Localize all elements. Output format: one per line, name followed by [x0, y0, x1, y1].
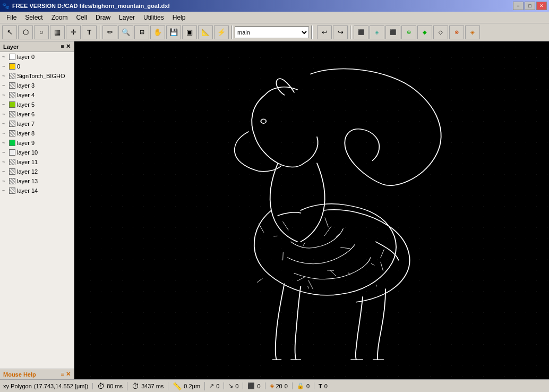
layer-name-5: layer 5: [17, 101, 35, 108]
tool1-button[interactable]: ⬛: [354, 25, 368, 39]
layer-color-6: [9, 111, 15, 117]
layer-item-3[interactable]: ~layer 3: [0, 81, 74, 90]
layer-item-6[interactable]: ~layer 6: [0, 109, 74, 119]
menu-bar: File Select Zoom Cell Draw Layer Utiliti…: [0, 12, 549, 23]
menu-help[interactable]: Help: [168, 13, 190, 22]
draw-tool-button[interactable]: ✏: [102, 25, 117, 39]
count2-section: ◈ 20 0: [270, 382, 293, 389]
maximize-button[interactable]: □: [525, 2, 535, 10]
main-area: Layer ≡ ✕ ~layer 0~0~SignTorch_BIGHO~lay…: [0, 41, 549, 379]
layer-item-4[interactable]: ~layer 4: [0, 90, 74, 100]
layer-item-1[interactable]: ~0: [0, 62, 74, 71]
angle2-section: ↘ 0: [228, 382, 243, 389]
unknown1-button[interactable]: ⚡: [214, 25, 229, 39]
select-region-button[interactable]: ▣: [182, 25, 197, 39]
close-button[interactable]: ✕: [536, 2, 547, 10]
undo-button[interactable]: ↩: [317, 25, 332, 39]
count2-value: 20: [276, 383, 282, 389]
layer-color-12: [9, 168, 15, 175]
menu-zoom[interactable]: Zoom: [47, 13, 72, 22]
layer-item-5[interactable]: ~layer 5: [0, 100, 74, 109]
count1-icon: ⬛: [247, 382, 255, 389]
layer-name-4: layer 4: [17, 92, 35, 98]
main-canvas[interactable]: [74, 41, 549, 379]
time-icon: ⏱: [132, 382, 139, 390]
count4-icon: 🔒: [297, 382, 304, 389]
toolbar-separator-3: [311, 25, 313, 39]
layer-color-3: [9, 82, 15, 89]
menu-utilities[interactable]: Utilities: [139, 13, 168, 22]
layer-color-5: [9, 101, 15, 108]
menu-select[interactable]: Select: [21, 13, 47, 22]
layer-color-13: [9, 178, 15, 184]
menu-file[interactable]: File: [2, 13, 21, 22]
layer-name-9: layer 9: [17, 140, 35, 146]
layer-item-8[interactable]: ~layer 8: [0, 129, 74, 138]
layer-visibility-1: ~: [2, 64, 7, 69]
angle1-icon: ↗: [209, 382, 214, 389]
menu-layer[interactable]: Layer: [115, 13, 139, 22]
layer-visibility-5: ~: [2, 102, 7, 107]
layer-visibility-4: ~: [2, 92, 7, 98]
toolbar: ↖ ⬡ ○ ▦ ✛ T ✏ 🔍 ⊞ ✋ 💾 ▣ 📐 ⚡ main ↩ ↪ ⬛ ◈…: [0, 23, 549, 41]
select-cross-button[interactable]: ✛: [66, 25, 81, 39]
tool3-button[interactable]: ⬛: [385, 25, 400, 39]
layer-name-1: 0: [17, 63, 20, 70]
layer-color-10: [9, 149, 15, 156]
count1-section: ⬛ 0: [247, 382, 265, 389]
tool5-button[interactable]: ◆: [417, 25, 432, 39]
layer-name-13: layer 13: [17, 178, 38, 184]
layer-panel-title: Layer: [3, 44, 19, 50]
layer-color-7: [9, 121, 15, 127]
layer-name-11: layer 11: [17, 159, 38, 165]
tool6-button[interactable]: ◇: [433, 25, 448, 39]
select-polygon-button[interactable]: ⬡: [18, 25, 33, 39]
select-arrow-button[interactable]: ↖: [2, 25, 17, 39]
layer-visibility-0: ~: [2, 54, 7, 59]
angle2-icon: ↘: [228, 382, 233, 389]
unit-section: 📏 0.2μm: [173, 382, 205, 390]
layer-visibility-13: ~: [2, 178, 7, 184]
redo-button[interactable]: ↪: [333, 25, 348, 39]
pan-button[interactable]: ✋: [150, 25, 165, 39]
layer-visibility-7: ~: [2, 121, 7, 126]
zoom-in-button[interactable]: 🔍: [118, 25, 133, 39]
select-box-button[interactable]: ▦: [50, 25, 65, 39]
layer-item-7[interactable]: ~layer 7: [0, 119, 74, 129]
tool7-button[interactable]: ⊗: [449, 25, 464, 39]
zoom-fit-button[interactable]: ⊞: [134, 25, 149, 39]
menu-draw[interactable]: Draw: [91, 13, 115, 22]
layer-item-13[interactable]: ~layer 13: [0, 176, 74, 186]
text-tool-button[interactable]: T: [82, 25, 97, 39]
speed-icon: ⏱: [97, 382, 105, 390]
count3-value: 0: [285, 383, 288, 389]
layer-name-3: layer 3: [17, 82, 35, 89]
layer-item-9[interactable]: ~layer 9: [0, 138, 74, 148]
layer-item-14[interactable]: ~layer 14: [0, 186, 74, 195]
angle1-section: ↗ 0: [209, 382, 224, 389]
mouse-help-label: Mouse Help: [3, 371, 36, 378]
select-circle-button[interactable]: ○: [34, 25, 49, 39]
minimize-button[interactable]: −: [513, 2, 524, 10]
app-icon: 🐾: [2, 3, 10, 10]
tool2-button[interactable]: ◈: [370, 25, 384, 39]
layer-item-11[interactable]: ~layer 11: [0, 157, 74, 167]
toolbar-separator-2: [231, 25, 233, 39]
layer-item-0[interactable]: ~layer 0: [0, 52, 74, 62]
tool8-button[interactable]: ◈: [465, 25, 480, 39]
layer-color-2: [9, 73, 15, 79]
angle1-value: 0: [216, 383, 219, 389]
measure-button[interactable]: 📐: [198, 25, 213, 39]
layer-item-12[interactable]: ~layer 12: [0, 167, 74, 176]
layer-name-14: layer 14: [17, 188, 38, 194]
view-select[interactable]: main: [235, 27, 309, 38]
text-icon: T: [319, 383, 322, 389]
tool4-button[interactable]: ⊕: [401, 25, 416, 39]
save-button[interactable]: 💾: [166, 25, 181, 39]
layer-item-10[interactable]: ~layer 10: [0, 148, 74, 157]
title-text: 🐾 FREE VERSION D:/CAD files/bighorn_moun…: [2, 3, 170, 10]
canvas-area[interactable]: [74, 41, 549, 379]
time-value: 3437 ms: [141, 383, 164, 389]
menu-cell[interactable]: Cell: [72, 13, 91, 22]
layer-item-2[interactable]: ~SignTorch_BIGHO: [0, 71, 74, 81]
